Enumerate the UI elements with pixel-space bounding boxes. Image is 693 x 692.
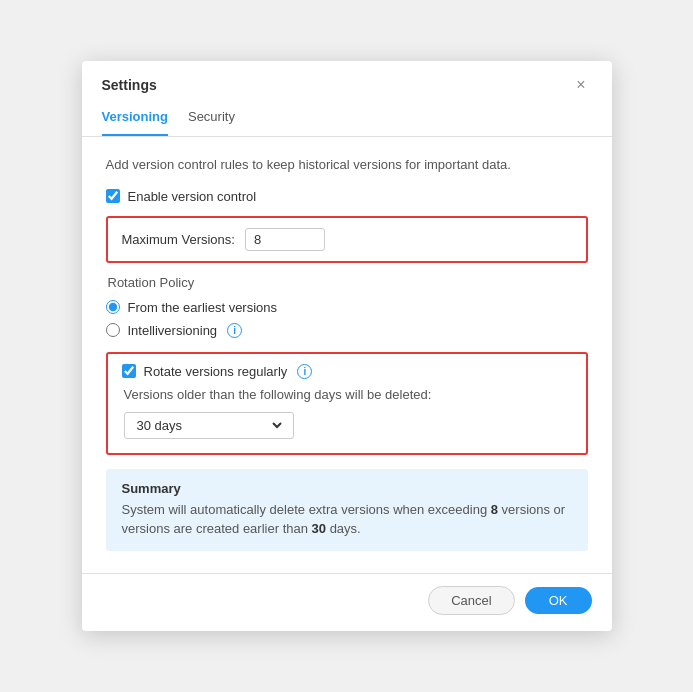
summary-text: System will automatically delete extra v…	[122, 500, 572, 539]
rotate-versions-label: Rotate versions regularly	[144, 364, 288, 379]
max-versions-input[interactable]	[245, 228, 325, 251]
settings-dialog: Settings × Versioning Security Add versi…	[82, 61, 612, 631]
radio-intelliversioning[interactable]	[106, 323, 120, 337]
dialog-body: Add version control rules to keep histor…	[82, 137, 612, 573]
summary-max-num: 8	[491, 502, 498, 517]
description-text: Add version control rules to keep histor…	[106, 155, 588, 175]
days-select-container[interactable]: 30 days 60 days 90 days 180 days 365 day…	[124, 412, 294, 439]
enable-version-control-label: Enable version control	[128, 189, 257, 204]
max-versions-box: Maximum Versions:	[106, 216, 588, 263]
radio-group: From the earliest versions Intelliversio…	[106, 300, 588, 338]
max-versions-label: Maximum Versions:	[122, 232, 235, 247]
summary-days-num: 30	[312, 521, 326, 536]
tab-security[interactable]: Security	[188, 99, 235, 136]
rotate-versions-row: Rotate versions regularly i	[122, 364, 572, 379]
radio-intelliversioning-label: Intelliversioning	[128, 323, 218, 338]
rotate-versions-box: Rotate versions regularly i Versions old…	[106, 352, 588, 455]
close-button[interactable]: ×	[570, 75, 591, 95]
cancel-button[interactable]: Cancel	[428, 586, 514, 615]
days-select[interactable]: 30 days 60 days 90 days 180 days 365 day…	[133, 417, 285, 434]
rotate-versions-checkbox[interactable]	[122, 364, 136, 378]
ok-button[interactable]: OK	[525, 587, 592, 614]
radio-earliest-label: From the earliest versions	[128, 300, 278, 315]
radio-intelliversioning-row: Intelliversioning i	[106, 323, 588, 338]
summary-box: Summary System will automatically delete…	[106, 469, 588, 551]
enable-version-control-checkbox[interactable]	[106, 189, 120, 203]
tab-bar: Versioning Security	[82, 99, 612, 137]
radio-earliest-row: From the earliest versions	[106, 300, 588, 315]
enable-version-control-row: Enable version control	[106, 189, 588, 204]
intelliversioning-info-icon[interactable]: i	[227, 323, 242, 338]
rotate-desc: Versions older than the following days w…	[124, 387, 572, 402]
dialog-header: Settings ×	[82, 61, 612, 95]
radio-earliest[interactable]	[106, 300, 120, 314]
rotation-policy-label: Rotation Policy	[108, 275, 588, 290]
summary-title: Summary	[122, 481, 572, 496]
tab-versioning[interactable]: Versioning	[102, 99, 168, 136]
dialog-footer: Cancel OK	[82, 573, 612, 631]
dialog-title: Settings	[102, 77, 157, 93]
rotate-versions-info-icon[interactable]: i	[297, 364, 312, 379]
